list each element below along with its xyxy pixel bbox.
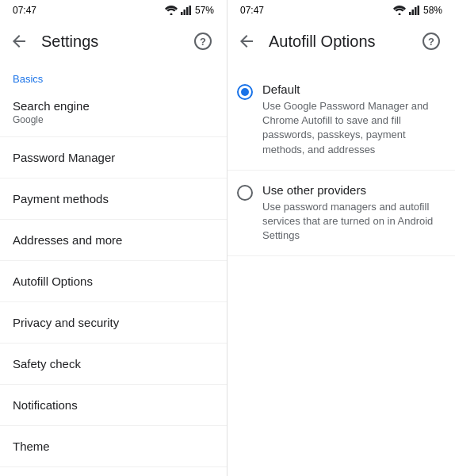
search-engine-sub: Google xyxy=(13,114,214,125)
battery-left: 57% xyxy=(195,5,214,16)
status-icons-right: 58% xyxy=(393,5,442,16)
autofill-panel: 07:47 58% Autofill Options ? xyxy=(228,0,455,476)
autofill-title: Autofill Options xyxy=(269,33,417,51)
time-left: 07:47 xyxy=(13,5,36,16)
back-icon-left xyxy=(10,32,29,51)
help-button-right[interactable]: ? xyxy=(417,27,445,56)
signal-icon-right xyxy=(409,6,420,15)
settings-header: Settings ? xyxy=(0,19,227,63)
settings-item-privacy[interactable]: Privacy and security xyxy=(0,302,227,344)
settings-item-theme[interactable]: Theme xyxy=(0,426,227,467)
status-bar-right: 07:47 58% xyxy=(228,0,455,19)
other-option-text: Use other providers Use password manager… xyxy=(262,183,442,244)
status-icons-left: 57% xyxy=(165,5,214,16)
settings-item-notifications[interactable]: Notifications xyxy=(0,385,227,426)
settings-item-payment-methods[interactable]: Payment methods xyxy=(0,178,227,220)
help-icon-left: ? xyxy=(194,33,212,50)
settings-item-password-manager[interactable]: Password Manager xyxy=(0,137,227,178)
addresses-title: Addresses and more xyxy=(13,233,214,247)
svg-rect-1 xyxy=(181,12,183,15)
settings-panel: 07:47 57% Settings ? xyxy=(0,0,228,476)
autofill-header: Autofill Options ? xyxy=(228,19,455,63)
privacy-title: Privacy and security xyxy=(13,316,214,329)
safety-check-title: Safety check xyxy=(13,357,214,370)
default-option-text: Default Use Google Password Manager and … xyxy=(262,83,442,157)
radio-inner-default xyxy=(241,88,249,96)
svg-point-5 xyxy=(398,13,400,16)
settings-title: Settings xyxy=(41,33,189,51)
svg-rect-9 xyxy=(417,6,419,15)
payment-methods-title: Payment methods xyxy=(13,192,214,205)
svg-rect-2 xyxy=(183,10,185,15)
settings-item-addresses[interactable]: Addresses and more xyxy=(0,220,227,261)
settings-item-safety-check[interactable]: Safety check xyxy=(0,344,227,385)
wifi-icon-right xyxy=(393,6,406,15)
radio-default[interactable] xyxy=(237,84,253,100)
status-bar-left: 07:47 57% xyxy=(0,0,227,19)
settings-list: Basics Search engine Google Password Man… xyxy=(0,63,227,476)
settings-item-search-engine[interactable]: Search engine Google xyxy=(0,88,227,137)
default-option-title: Default xyxy=(262,83,442,96)
notifications-title: Notifications xyxy=(13,398,214,412)
svg-rect-7 xyxy=(411,10,414,15)
back-button-right[interactable] xyxy=(231,25,262,57)
section-advanced: Advanced xyxy=(0,467,227,476)
svg-rect-4 xyxy=(189,6,191,15)
autofill-option-other[interactable]: Use other providers Use password manager… xyxy=(228,171,455,257)
other-option-title: Use other providers xyxy=(262,183,442,197)
time-right: 07:47 xyxy=(240,5,264,16)
other-option-desc: Use password managers and autofill servi… xyxy=(262,200,442,244)
back-icon-right xyxy=(237,32,256,51)
section-basics: Basics xyxy=(0,63,227,88)
help-icon-right: ? xyxy=(422,33,440,50)
theme-title: Theme xyxy=(13,440,214,453)
password-manager-title: Password Manager xyxy=(13,151,214,164)
autofill-content: Default Use Google Password Manager and … xyxy=(228,63,455,476)
battery-right: 58% xyxy=(423,5,442,16)
svg-rect-6 xyxy=(409,12,411,15)
svg-point-0 xyxy=(170,13,172,16)
help-button-left[interactable]: ? xyxy=(189,27,217,56)
signal-icon xyxy=(181,6,192,15)
autofill-option-default[interactable]: Default Use Google Password Manager and … xyxy=(228,70,455,171)
wifi-icon xyxy=(165,6,178,15)
svg-rect-8 xyxy=(415,7,417,15)
settings-item-autofill-options[interactable]: Autofill Options xyxy=(0,261,227,302)
svg-rect-3 xyxy=(186,7,189,15)
back-button-left[interactable] xyxy=(3,25,35,57)
search-engine-title: Search engine xyxy=(13,99,214,113)
default-option-desc: Use Google Password Manager and Chrome A… xyxy=(262,99,442,157)
radio-other[interactable] xyxy=(237,185,253,201)
autofill-options-title: Autofill Options xyxy=(13,274,214,288)
